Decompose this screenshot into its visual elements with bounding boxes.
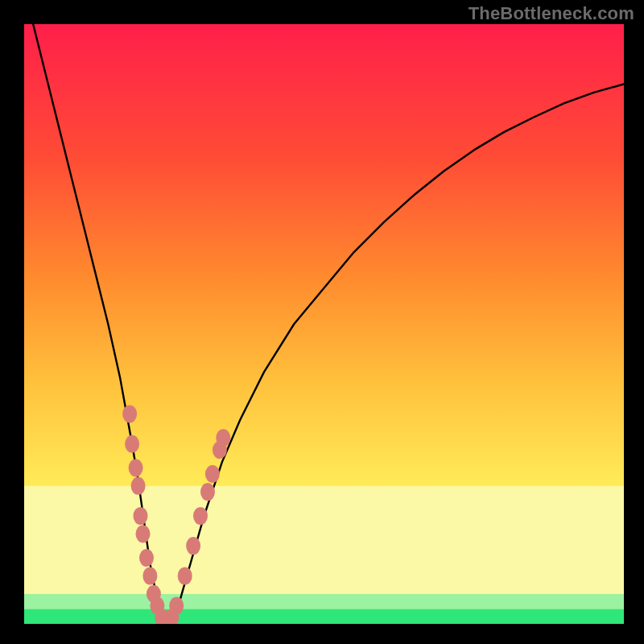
data-marker xyxy=(139,549,154,567)
data-marker xyxy=(216,429,230,447)
data-marker xyxy=(134,507,148,525)
chart-frame: TheBottleneck.com xyxy=(0,0,644,644)
data-marker xyxy=(169,597,184,615)
green-band xyxy=(24,609,624,624)
data-marker xyxy=(178,567,192,584)
data-marker xyxy=(125,436,139,453)
chart-svg xyxy=(24,24,624,624)
data-marker xyxy=(200,483,215,501)
data-marker xyxy=(136,525,151,543)
plot-area xyxy=(24,24,624,624)
data-marker xyxy=(142,567,157,584)
watermark-text: TheBottleneck.com xyxy=(469,3,634,24)
data-marker xyxy=(122,405,137,423)
data-marker xyxy=(131,477,146,495)
data-marker xyxy=(193,507,208,525)
data-marker xyxy=(186,537,200,555)
pale-band xyxy=(24,486,624,594)
data-marker xyxy=(205,465,220,483)
data-marker xyxy=(129,459,143,477)
color-bands xyxy=(24,486,624,624)
light-green-band xyxy=(24,594,624,609)
